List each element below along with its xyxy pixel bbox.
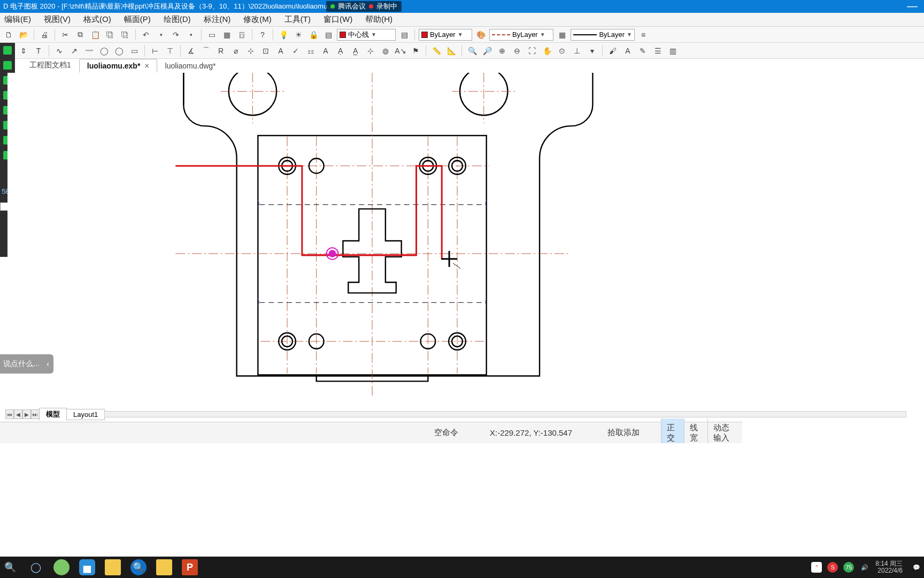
dim-horiz-icon[interactable]: ⊢ xyxy=(149,44,161,57)
sheet-nav-prev[interactable]: ◀ xyxy=(14,409,22,419)
dim-angle-icon[interactable]: ∡ xyxy=(184,44,197,57)
weld-icon[interactable]: ⚏ xyxy=(304,44,317,57)
zoom-in-icon[interactable]: ⊕ xyxy=(496,44,509,57)
menu-help[interactable]: 帮助(H) xyxy=(365,14,392,25)
menu-window[interactable]: 窗口(W) xyxy=(324,14,352,25)
lineweight-combo[interactable]: ByLayer ▼ xyxy=(571,29,635,41)
taskbar-clock[interactable]: 8:14 周三 2022/4/6 xyxy=(875,560,906,574)
stamp-icon[interactable]: ⌼ xyxy=(235,28,248,41)
cortana-icon[interactable]: ◯ xyxy=(28,559,44,575)
left-tool-1[interactable] xyxy=(3,46,12,55)
tab-doc-1[interactable]: 工程图文档1 xyxy=(21,58,79,73)
search-icon[interactable]: 🔍 xyxy=(2,559,18,575)
tolerance-icon[interactable]: ⊡ xyxy=(259,44,272,57)
browser-icon[interactable] xyxy=(53,559,70,575)
folder-icon[interactable] xyxy=(156,559,172,575)
props-icon[interactable]: ☰ xyxy=(651,44,664,57)
new-icon[interactable]: 🗋 xyxy=(2,28,15,41)
menu-dim[interactable]: 标注(N) xyxy=(204,14,231,25)
layer-manage-icon[interactable]: ▤ xyxy=(398,28,411,41)
dim-aligned-icon[interactable]: ⇕ xyxy=(17,44,30,57)
linetype-manage-icon[interactable]: ▦ xyxy=(556,28,568,41)
zoom-window-icon[interactable]: 🔍 xyxy=(466,44,479,57)
freeze-icon[interactable]: ☀ xyxy=(292,28,305,41)
sheet-tab-layout1[interactable]: Layout1 xyxy=(66,409,105,420)
ortho-icon[interactable]: ⊥ xyxy=(571,44,583,57)
menu-draw[interactable]: 绘图(D) xyxy=(164,14,191,25)
tray-battery-icon[interactable]: 75 xyxy=(843,562,854,573)
text3-icon[interactable]: Ạ xyxy=(334,44,347,57)
eyedrop-icon[interactable]: ✎ xyxy=(636,44,649,57)
tray-sogou-icon[interactable]: S xyxy=(827,562,838,573)
minimize-button[interactable]: — xyxy=(907,0,918,12)
help-icon[interactable]: ? xyxy=(256,28,269,41)
text4-icon[interactable]: A̲ xyxy=(349,44,362,57)
zoom-extent-icon[interactable]: ⛶ xyxy=(526,44,538,57)
bulb-icon[interactable]: 💡 xyxy=(277,28,290,41)
rect-tool-icon[interactable]: ▭ xyxy=(128,44,141,57)
matchprop-icon[interactable]: ⿻ xyxy=(104,28,117,41)
brush-icon[interactable]: 🖌 xyxy=(606,44,619,57)
ellipse-tool-icon[interactable]: ◯ xyxy=(113,44,126,57)
sheet-nav-next[interactable]: ▶ xyxy=(22,409,31,419)
dim-diameter-icon[interactable]: ⌀ xyxy=(229,44,242,57)
copyformat-icon[interactable]: ⿻ xyxy=(119,28,132,41)
wave-icon[interactable]: 〰 xyxy=(83,44,96,57)
sheet-icon[interactable]: ▭ xyxy=(205,28,218,41)
powerpoint-icon[interactable]: P xyxy=(182,559,198,575)
dim-radius-icon[interactable]: R xyxy=(214,44,227,57)
center-mark-icon[interactable]: ⊹ xyxy=(364,44,377,57)
tray-chevron-icon[interactable]: ⌃ xyxy=(811,562,822,573)
text-icon[interactable]: T xyxy=(32,44,45,57)
undo-icon[interactable]: ↶ xyxy=(140,28,152,41)
undo-dropdown-icon[interactable]: ▾ xyxy=(155,28,167,41)
measure-icon[interactable]: 📏 xyxy=(430,44,443,57)
cut-icon[interactable]: ✂ xyxy=(59,28,72,41)
layer-combo[interactable]: 中心线 ▼ xyxy=(337,29,396,41)
sheet-nav-first[interactable]: ⏮ xyxy=(5,409,14,419)
redo-dropdown-icon[interactable]: ▾ xyxy=(184,28,197,41)
left-tool-2[interactable] xyxy=(3,61,12,70)
redo-icon[interactable]: ↷ xyxy=(170,28,182,41)
menu-tools[interactable]: 工具(T) xyxy=(284,14,311,25)
tray-speaker-icon[interactable]: 🔊 xyxy=(859,562,870,573)
pan-icon[interactable]: ✋ xyxy=(541,44,553,57)
zoom-out-icon[interactable]: ⊖ xyxy=(511,44,523,57)
lock-icon[interactable]: 🔒 xyxy=(307,28,320,41)
paste-icon[interactable]: 📋 xyxy=(89,28,102,41)
close-icon[interactable]: × xyxy=(144,62,149,70)
explorer-icon[interactable] xyxy=(105,559,121,575)
globe-icon[interactable]: ◍ xyxy=(379,44,392,57)
tab-doc-3[interactable]: luoliaomu.dwg* xyxy=(157,59,224,73)
menu-format[interactable]: 格式(O) xyxy=(83,14,111,25)
chat-input-collapsed[interactable]: 说点什么... ‹ xyxy=(0,354,53,374)
palette-icon[interactable]: 🎨 xyxy=(474,28,487,41)
dim-ordinate-icon[interactable]: ⊹ xyxy=(244,44,257,57)
tab-doc-2[interactable]: luoliaomu.exb*× xyxy=(79,59,157,73)
copy-icon[interactable]: ⧉ xyxy=(74,28,87,41)
section-icon[interactable]: A↘ xyxy=(394,44,407,57)
annotate-icon[interactable]: A xyxy=(621,44,634,57)
menu-sheet[interactable]: 幅面(P) xyxy=(124,14,151,25)
text2-icon[interactable]: A xyxy=(319,44,332,57)
circle-tool-icon[interactable]: ◯ xyxy=(98,44,111,57)
open-icon[interactable]: 📂 xyxy=(17,28,30,41)
layers-icon[interactable]: ▤ xyxy=(322,28,335,41)
snap-icon[interactable]: ⊙ xyxy=(556,44,568,57)
measure2-icon[interactable]: 📐 xyxy=(445,44,458,57)
sheet-tab-model[interactable]: 模型 xyxy=(39,408,67,421)
sheet-scroll-track[interactable] xyxy=(104,411,906,417)
menu-modify[interactable]: 修改(M) xyxy=(243,14,272,25)
datum-icon[interactable]: A xyxy=(274,44,287,57)
menu-edit[interactable]: 编辑(E) xyxy=(4,14,31,25)
palette2-icon[interactable]: ▥ xyxy=(666,44,679,57)
spline-icon[interactable]: ∿ xyxy=(53,44,66,57)
print-icon[interactable]: 🖨 xyxy=(38,28,51,41)
dim-vert-icon[interactable]: ⊤ xyxy=(164,44,176,57)
menu-view[interactable]: 视图(V) xyxy=(44,14,71,25)
flag-icon[interactable]: ⚑ xyxy=(409,44,422,57)
tray-notifications-icon[interactable]: 💬 xyxy=(911,562,922,573)
table-icon[interactable]: ▦ xyxy=(220,28,233,41)
lineweight-manage-icon[interactable]: ≡ xyxy=(637,28,650,41)
magnifier-icon[interactable]: 🔍 xyxy=(130,559,147,575)
